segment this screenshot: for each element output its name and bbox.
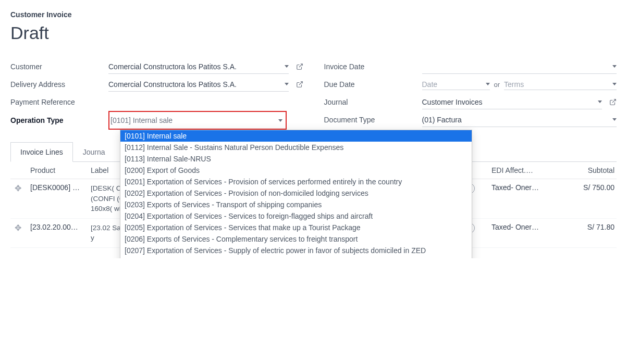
svg-line-1 xyxy=(299,82,302,85)
operation-type-label: Operation Type xyxy=(10,116,104,124)
chevron-down-icon[interactable] xyxy=(278,119,282,122)
chevron-down-icon[interactable] xyxy=(612,118,617,121)
dropdown-option[interactable]: [0200] Export of Goods xyxy=(120,165,472,176)
payment-reference-field[interactable] xyxy=(108,95,303,109)
page-title: Draft xyxy=(10,23,617,43)
dropdown-option[interactable]: [0112] Internal Sale - Sustains Natural … xyxy=(120,142,472,153)
chevron-down-icon[interactable] xyxy=(486,83,490,85)
due-date-date-placeholder: Date xyxy=(422,80,484,89)
drag-handle-icon[interactable]: ✥ xyxy=(13,183,23,193)
dropdown-option[interactable]: [0203] Exports of Services - Transport o… xyxy=(120,199,472,210)
document-type-field[interactable]: (01) Factura xyxy=(422,112,617,127)
due-date-date-field[interactable]: Date xyxy=(422,79,490,90)
th-product: Product xyxy=(30,166,88,174)
cell-edi[interactable]: Taxed- Oner… xyxy=(491,183,554,192)
operation-type-field[interactable]: [0101] Internal sale xyxy=(110,113,282,128)
chevron-down-icon[interactable] xyxy=(285,65,289,68)
dropdown-option[interactable]: [0202] Exportation of Services - Provisi… xyxy=(120,187,472,199)
due-date-or: or xyxy=(494,81,500,89)
due-date-label: Due Date xyxy=(324,80,418,89)
customer-label: Customer xyxy=(10,62,104,71)
svg-line-2 xyxy=(612,99,616,103)
due-date-terms-placeholder: Terms xyxy=(504,80,610,89)
cell-product[interactable]: [DESK0006] … xyxy=(30,183,88,192)
cell-product[interactable]: [23.02.20.00… xyxy=(30,223,88,231)
cell-subtotal: S/ 750.00 xyxy=(557,183,614,192)
journal-value: Customer Invoices xyxy=(422,98,593,106)
due-date-terms-field[interactable]: Terms xyxy=(504,79,617,90)
drag-handle-icon[interactable]: ✥ xyxy=(13,223,23,233)
dropdown-option[interactable]: [0204] Exportation of Services - Service… xyxy=(120,210,472,222)
delivery-address-field[interactable]: Comercial Constructora los Patitos S.A. xyxy=(108,77,289,92)
journal-label: Journal xyxy=(324,98,418,106)
breadcrumb: Customer Invoice xyxy=(10,10,617,19)
external-link-icon[interactable] xyxy=(296,81,303,88)
document-type-value: (01) Factura xyxy=(422,116,608,124)
journal-field[interactable]: Customer Invoices xyxy=(422,95,603,109)
dropdown-option[interactable]: [0205] Exportation of Services - Service… xyxy=(120,222,472,233)
external-link-icon[interactable] xyxy=(609,98,617,106)
operation-type-dropdown[interactable]: [0101] Internal sale[0112] Internal Sale… xyxy=(120,130,472,258)
document-type-label: Document Type xyxy=(324,116,418,124)
chevron-down-icon[interactable] xyxy=(598,101,602,103)
chevron-down-icon[interactable] xyxy=(612,83,617,85)
tab-invoice-lines[interactable]: Invoice Lines xyxy=(10,142,73,162)
chevron-down-icon[interactable] xyxy=(612,65,617,68)
customer-value: Comercial Constructora los Patitos S.A. xyxy=(108,62,279,71)
invoice-date-field[interactable] xyxy=(422,59,617,74)
dropdown-option[interactable]: [0201] Exportation of Services - Provisi… xyxy=(120,176,472,187)
dropdown-option[interactable]: [0206] Exports of Services - Complementa… xyxy=(120,233,472,245)
invoice-date-label: Invoice Date xyxy=(324,62,418,71)
dropdown-option[interactable]: [0101] Internal sale xyxy=(120,130,472,142)
dropdown-option[interactable]: [0207] Exportation of Services - Supply … xyxy=(120,245,472,256)
svg-line-0 xyxy=(299,64,302,67)
operation-type-value: [0101] Internal sale xyxy=(110,116,273,124)
payment-reference-label: Payment Reference xyxy=(10,98,104,106)
tab-journal-items[interactable]: Journa xyxy=(73,142,115,162)
delivery-address-value: Comercial Constructora los Patitos S.A. xyxy=(108,80,279,89)
dropdown-option[interactable]: [0113] Internal Sale-NRUS xyxy=(120,153,472,165)
dropdown-option[interactable]: [0208] Exportation of Services - Provisi… xyxy=(120,256,472,258)
customer-field[interactable]: Comercial Constructora los Patitos S.A. xyxy=(108,59,289,74)
th-edi: EDI Affect.… xyxy=(491,166,554,174)
chevron-down-icon[interactable] xyxy=(285,83,289,85)
th-subtotal: Subtotal xyxy=(557,166,614,174)
external-link-icon[interactable] xyxy=(296,63,303,70)
cell-subtotal: S/ 71.80 xyxy=(557,223,614,231)
delivery-address-label: Delivery Address xyxy=(10,80,104,89)
cell-edi[interactable]: Taxed- Oner… xyxy=(491,223,554,231)
